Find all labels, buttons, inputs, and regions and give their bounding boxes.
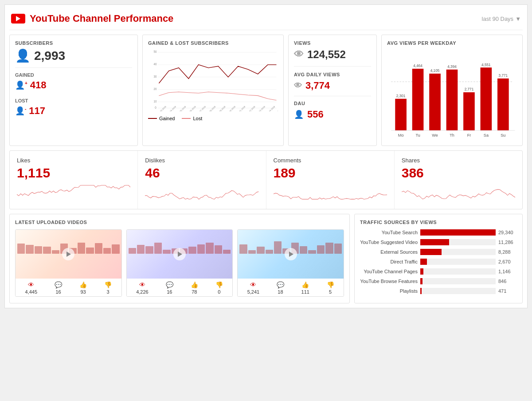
svg-text:W 38 2018: W 38 2018: [207, 106, 216, 111]
subscribers-main: SUBSCRIBERS 👤 2,993: [15, 40, 132, 68]
traffic-bar-wrap: [420, 259, 496, 265]
video-thumb-1[interactable]: 👁 4,445 💬 16 👍 93 👎 3: [15, 229, 122, 297]
traffic-section-title: TRAFFIC SOURCES BY VIEWS: [360, 220, 517, 225]
gained-count: 418: [30, 79, 47, 91]
svg-text:4,105: 4,105: [430, 69, 440, 73]
play-button[interactable]: [62, 248, 74, 260]
traffic-source-label: YouTube Browse Features: [360, 279, 418, 284]
sparkline: [402, 183, 515, 201]
traffic-source-value: 846: [498, 279, 517, 284]
chevron-down-icon: ▼: [515, 16, 521, 22]
date-filter[interactable]: last 90 Days ▼: [482, 16, 521, 22]
linechart-svg: 50 40 30 20 10 0 W 33 2018 W 34 2018: [148, 49, 278, 111]
svg-text:4,551: 4,551: [481, 63, 491, 67]
svg-text:W 45 2018: W 45 2018: [275, 106, 278, 111]
eye-icon: 👁: [28, 281, 34, 288]
video-thumb-2[interactable]: 👁 4,226 💬 16 👍 78 👎 0: [126, 229, 233, 297]
traffic-bar-wrap: [420, 268, 496, 275]
video-likes-count: 111: [301, 289, 309, 295]
svg-text:10: 10: [154, 100, 157, 103]
video-likes: 👍 78: [191, 281, 198, 295]
traffic-source-label: YouTube Channel Pages: [360, 269, 418, 274]
barchart-panel: AVG VIEWS PER WEEKDAY 2,301 Mo 4,464 Tu …: [381, 35, 523, 146]
subscribers-person-icon: 👤: [15, 48, 31, 63]
bar-tu: [412, 69, 424, 130]
comment-icon: 💬: [277, 281, 284, 288]
avg-daily-block: AVG DAILY VIEWS 👁 3,774: [294, 72, 371, 96]
avg-daily-label: AVG DAILY VIEWS: [294, 72, 371, 77]
metric-card-likes: Likes 1,115: [10, 151, 138, 209]
svg-text:W 42 2018: W 42 2018: [246, 106, 255, 111]
metric-card-shares: Shares 386: [395, 151, 522, 209]
metric-value: 1,115: [17, 165, 130, 181]
legend-gained-line: [148, 118, 157, 119]
svg-text:40: 40: [154, 63, 157, 66]
video-dislikes: 👎 5: [327, 281, 334, 295]
videos-grid: 👁 4,445 💬 16 👍 93 👎 3: [15, 229, 344, 297]
traffic-row-0: YouTube Search 29,340: [360, 229, 517, 236]
videos-section-title: LATEST UPLOADED VIDEOS: [15, 220, 344, 225]
views-eye-icon: 👁: [294, 49, 304, 60]
traffic-source-value: 1,146: [498, 269, 517, 274]
gained-value-row: 👤+ 418: [15, 79, 132, 91]
bar-sa: [481, 67, 492, 130]
bar-su: [497, 79, 509, 130]
views-panel: VIEWS 👁 124,552 AVG DAILY VIEWS 👁 3,774 …: [288, 35, 377, 146]
metric-label: Dislikes: [145, 157, 258, 164]
bar-fr: [463, 92, 475, 130]
header: YouTube Channel Performance last 90 Days…: [9, 9, 523, 30]
svg-text:2,301: 2,301: [396, 94, 406, 98]
like-icon: 👍: [79, 281, 87, 288]
bar-mo: [395, 99, 407, 130]
videos-panel: LATEST UPLOADED VIDEOS 👁 4,445 💬 16 👍 9: [9, 214, 350, 303]
thumb-image: [127, 230, 233, 279]
gained-label: GAINED: [15, 72, 132, 78]
video-likes: 👍 93: [79, 281, 87, 295]
thumb-overlay: [16, 230, 121, 279]
legend-lost-label: Lost: [193, 116, 202, 121]
traffic-source-label: YouTube Search: [360, 230, 418, 235]
traffic-source-label: Direct Traffic: [360, 259, 418, 264]
views-value-row: 👁 124,552: [294, 48, 371, 67]
sparkline: [145, 183, 258, 201]
avg-daily-value-row: 👁 3,774: [294, 80, 371, 91]
video-views-count: 4,226: [136, 289, 149, 295]
dislike-icon: 👎: [327, 281, 334, 288]
traffic-bar-wrap: [420, 278, 496, 284]
dau-count: 556: [307, 109, 324, 120]
barchart-title: AVG VIEWS PER WEEKDAY: [387, 40, 517, 46]
play-button[interactable]: [285, 248, 297, 260]
sub-stats: GAINED 👤+ 418 LOST 👤- 117: [15, 72, 132, 120]
svg-text:50: 50: [154, 50, 157, 53]
svg-text:3,771: 3,771: [499, 74, 508, 78]
video-dislikes: 👎 3: [104, 281, 112, 295]
comment-icon: 💬: [166, 281, 173, 288]
play-button[interactable]: [173, 248, 186, 260]
metric-value: 386: [402, 165, 515, 181]
gained-stat: GAINED 👤+ 418: [15, 72, 132, 94]
like-icon: 👍: [301, 281, 309, 288]
video-thumb-3[interactable]: 👁 5,241 💬 18 👍 111 👎 5: [237, 229, 344, 297]
svg-text:Th: Th: [450, 133, 454, 138]
svg-text:0: 0: [155, 106, 156, 109]
video-views-count: 5,241: [247, 289, 260, 295]
date-filter-label: last 90 Days: [482, 16, 514, 22]
dau-block: DAU 👤 556: [294, 101, 371, 125]
svg-text:W 39 2018: W 39 2018: [217, 106, 226, 111]
video-likes-count: 93: [80, 289, 86, 295]
svg-text:W 35 2018: W 35 2018: [177, 106, 186, 111]
svg-text:4,464: 4,464: [413, 64, 422, 68]
video-dislikes-count: 3: [107, 289, 110, 295]
svg-text:W 40 2018: W 40 2018: [227, 106, 236, 111]
traffic-bar: [420, 239, 449, 245]
eye-icon: 👁: [139, 281, 145, 288]
video-comments: 💬 16: [55, 281, 62, 295]
video-views: 👁 4,226: [136, 281, 149, 295]
lost-person-icon: 👤-: [15, 106, 26, 116]
page-title: YouTube Channel Performance: [30, 13, 173, 24]
svg-text:W 33 2018: W 33 2018: [158, 106, 167, 111]
traffic-bar: [420, 268, 423, 275]
metrics-row: Likes 1,115 Dislikes 46 Comments 189 Sha…: [9, 150, 523, 209]
svg-text:4,394: 4,394: [447, 65, 457, 69]
sparkline: [17, 183, 130, 201]
